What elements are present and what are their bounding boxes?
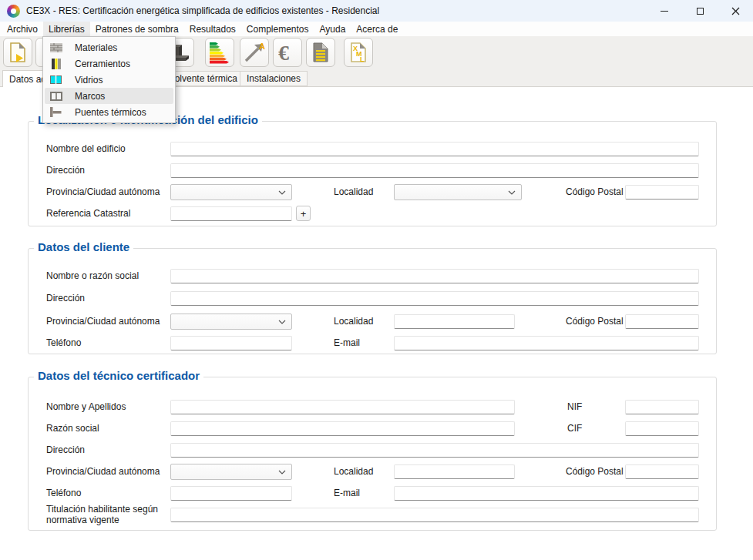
nombre-cliente-input[interactable] <box>170 269 699 283</box>
euro-icon: € <box>276 41 299 64</box>
codigo-postal-cliente-label: Código Postal <box>566 316 624 327</box>
localidad-edificio-select[interactable] <box>394 184 522 200</box>
chevron-down-icon <box>508 190 516 195</box>
telefono-cliente-label: Teléfono <box>46 337 81 348</box>
provincia-tecnico-label: Provincia/Ciudad autónoma <box>46 466 160 477</box>
codigo-postal-cliente-input[interactable] <box>625 314 699 329</box>
close-button[interactable] <box>718 0 753 22</box>
window-frame-icon <box>49 92 62 101</box>
menu-acerca-de[interactable]: Acerca de <box>351 22 403 36</box>
referencia-catastral-label: Referencia Catastral <box>46 208 130 219</box>
svg-text:A: A <box>259 42 265 51</box>
menu-archivo[interactable]: Archivo <box>2 22 43 36</box>
codigo-postal-edificio-input[interactable] <box>625 185 699 200</box>
title-bar: CE3X - RES: Certificación energética sim… <box>0 0 753 22</box>
certificate-arrow-button[interactable]: A <box>240 38 269 67</box>
chevron-down-icon <box>278 470 286 474</box>
razon-social-input[interactable] <box>170 421 515 436</box>
email-cliente-label: E-mail <box>334 337 360 348</box>
menu-item-vidrios[interactable]: Vidrios <box>45 72 173 88</box>
bricks-icon <box>49 43 62 52</box>
energy-rating-button[interactable] <box>205 38 234 67</box>
localidad-tecnico-label: Localidad <box>334 466 373 477</box>
localidad-cliente-input[interactable] <box>394 314 515 329</box>
provincia-edificio-label: Provincia/Ciudad autónoma <box>46 186 160 197</box>
cost-button[interactable]: € <box>273 38 302 67</box>
codigo-postal-edificio-label: Código Postal <box>566 186 624 197</box>
wall-layers-icon <box>49 59 62 69</box>
provincia-edificio-select[interactable] <box>170 184 292 200</box>
provincia-cliente-select[interactable] <box>170 314 292 330</box>
menu-complementos[interactable]: Complementos <box>241 22 314 36</box>
email-cliente-input[interactable] <box>394 336 699 350</box>
direccion-cliente-label: Dirección <box>46 293 85 303</box>
nombre-edificio-label: Nombre del edificio <box>46 143 126 154</box>
report-button[interactable] <box>306 38 335 67</box>
xml-export-icon: X M L <box>348 41 369 64</box>
razon-social-label: Razón social <box>46 423 99 434</box>
energy-rating-icon <box>208 41 231 64</box>
datos-administrativos-panel: Localización e identificación del edific… <box>0 87 753 560</box>
thermal-bridge-icon <box>49 107 62 117</box>
maximize-icon <box>697 8 704 15</box>
nombre-tecnico-label: Nombre y Apellidos <box>46 401 126 412</box>
minimize-button[interactable] <box>647 0 682 22</box>
technician-section: Datos del técnico certificador Nombre y … <box>28 377 717 531</box>
titulacion-input[interactable] <box>170 508 699 522</box>
svg-text:€: € <box>278 41 289 64</box>
menu-item-cerramientos[interactable]: Cerramientos <box>45 55 173 72</box>
telefono-tecnico-input[interactable] <box>170 486 292 501</box>
client-section: Datos del cliente Nombre o razón social … <box>28 248 717 354</box>
add-referencia-button[interactable]: + <box>296 206 311 221</box>
localidad-cliente-label: Localidad <box>334 316 373 327</box>
chevron-down-icon <box>278 190 286 195</box>
building-section: Localización e identificación del edific… <box>28 121 717 226</box>
menu-item-marcos[interactable]: Marcos <box>45 88 173 104</box>
maximize-button[interactable] <box>682 0 718 22</box>
app-logo-icon <box>7 5 20 18</box>
report-icon <box>310 41 331 64</box>
menu-patrones-de-sombra[interactable]: Patrones de sombra <box>90 22 184 36</box>
svg-text:L: L <box>360 55 365 63</box>
close-icon <box>731 7 740 15</box>
client-section-title: Datos del cliente <box>34 240 133 253</box>
cif-label: CIF <box>567 423 582 434</box>
nif-input[interactable] <box>625 400 699 414</box>
glass-icon <box>49 75 62 84</box>
nombre-tecnico-input[interactable] <box>170 400 515 414</box>
new-document-icon <box>7 41 29 64</box>
direccion-edificio-input[interactable] <box>170 163 699 178</box>
provincia-tecnico-select[interactable] <box>170 464 292 480</box>
menu-item-puentes-termicos[interactable]: Puentes térmicos <box>45 104 173 120</box>
new-document-button[interactable] <box>3 38 32 67</box>
window-controls <box>647 0 753 22</box>
telefono-cliente-input[interactable] <box>170 336 292 350</box>
window-title: CE3X - RES: Certificación energética sim… <box>26 5 379 16</box>
email-tecnico-input[interactable] <box>394 486 699 501</box>
menu-ayuda[interactable]: Ayuda <box>314 22 351 36</box>
direccion-cliente-input[interactable] <box>170 291 699 306</box>
nombre-cliente-label: Nombre o razón social <box>46 270 139 281</box>
xml-export-button[interactable]: X M L <box>344 38 373 67</box>
minimize-icon <box>661 11 668 12</box>
email-tecnico-label: E-mail <box>334 488 360 498</box>
direccion-tecnico-input[interactable] <box>170 443 699 458</box>
provincia-cliente-label: Provincia/Ciudad autónoma <box>46 316 160 327</box>
menu-bar: Archivo Librerías Patrones de sombra Res… <box>0 22 753 36</box>
referencia-catastral-input[interactable] <box>170 206 292 221</box>
menu-item-materiales[interactable]: Materiales <box>45 39 173 55</box>
nombre-edificio-input[interactable] <box>170 142 699 156</box>
localidad-edificio-label: Localidad <box>334 186 373 197</box>
cif-input[interactable] <box>625 421 699 436</box>
titulacion-label: Titulación habilitante según normativa v… <box>46 504 170 525</box>
menu-librerias[interactable]: Librerías <box>43 22 90 36</box>
direccion-tecnico-label: Dirección <box>46 444 85 455</box>
localidad-tecnico-input[interactable] <box>394 464 515 479</box>
telefono-tecnico-label: Teléfono <box>46 488 81 498</box>
codigo-postal-tecnico-input[interactable] <box>625 464 699 479</box>
menu-resultados[interactable]: Resultados <box>184 22 241 36</box>
nif-label: NIF <box>567 401 582 412</box>
tab-instalaciones[interactable]: Instalaciones <box>240 71 308 86</box>
chevron-down-icon <box>278 320 286 324</box>
technician-section-title: Datos del técnico certificador <box>34 369 203 382</box>
